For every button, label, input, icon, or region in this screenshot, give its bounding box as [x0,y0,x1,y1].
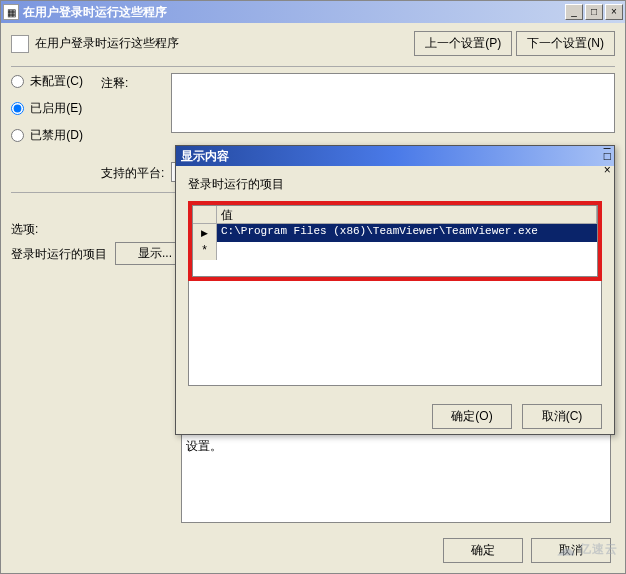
maximize-button[interactable]: □ [585,4,603,20]
config-row: 未配置(C) 已启用(E) 已禁用(D) 注释: [11,73,615,154]
radio-disabled[interactable]: 已禁用(D) [11,127,101,144]
child-close-button[interactable]: × [604,163,611,177]
policy-name-label: 在用户登录时运行这些程序 [35,35,414,52]
grid-highlight-box: 值 C:\Program Files (x86)\TeamViewer\Team… [188,201,602,281]
window-title: 在用户登录时运行这些程序 [23,4,565,21]
cloud-icon: ☁ [557,538,576,560]
main-titlebar[interactable]: ▦ 在用户登录时运行这些程序 _ □ × [1,1,625,23]
platform-label: 支持的平台: [101,163,171,182]
child-minimize-button[interactable]: _ [604,135,611,149]
window-icon: ▦ [3,4,19,20]
child-cancel-button[interactable]: 取消(C) [522,404,602,429]
description-text: 设置。 [186,439,222,453]
grid-corner [193,206,217,223]
radio-unconfigured[interactable]: 未配置(C) [11,73,101,90]
comment-textarea[interactable] [171,73,615,133]
divider [11,66,615,67]
child-maximize-button[interactable]: □ [604,149,611,163]
child-body: 登录时运行的项目 值 C:\Program Files (x86)\TeamVi… [176,166,614,396]
watermark-text: 亿速云 [579,541,618,558]
value-grid[interactable]: 值 C:\Program Files (x86)\TeamViewer\Team… [192,205,598,277]
grid-empty-area [188,281,602,386]
grid-col-header[interactable]: 值 [217,206,597,223]
grid-cell-empty[interactable] [217,242,597,260]
main-ok-button[interactable]: 确定 [443,538,523,563]
radio-enabled[interactable]: 已启用(E) [11,100,101,117]
items-label: 登录时运行的项目 [11,242,111,263]
child-ok-button[interactable]: 确定(O) [432,404,512,429]
next-setting-button[interactable]: 下一个设置(N) [516,31,615,56]
description-box: 设置。 [181,433,611,523]
new-row-indicator-icon [193,242,217,260]
grid-row-new[interactable] [193,242,597,260]
child-title: 显示内容 [179,148,604,165]
close-button[interactable]: × [605,4,623,20]
child-inner-label: 登录时运行的项目 [188,176,602,193]
header-row: 在用户登录时运行这些程序 上一个设置(P) 下一个设置(N) [11,31,615,56]
minimize-button[interactable]: _ [565,4,583,20]
grid-body: C:\Program Files (x86)\TeamViewer\TeamVi… [193,224,597,276]
grid-header: 值 [193,206,597,224]
window-controls: _ □ × [565,4,623,20]
row-indicator-icon [193,224,217,242]
grid-cell[interactable]: C:\Program Files (x86)\TeamViewer\TeamVi… [217,224,597,242]
policy-icon [11,35,29,53]
child-bottom-buttons: 确定(O) 取消(C) [176,396,614,429]
grid-row[interactable]: C:\Program Files (x86)\TeamViewer\TeamVi… [193,224,597,242]
comment-label: 注释: [101,73,171,92]
show-contents-dialog: 显示内容 _ □ × 登录时运行的项目 值 C:\Program Files (… [175,145,615,435]
prev-setting-button[interactable]: 上一个设置(P) [414,31,512,56]
state-radio-group: 未配置(C) 已启用(E) 已禁用(D) [11,73,101,154]
child-titlebar[interactable]: 显示内容 _ □ × [176,146,614,166]
watermark: ☁ 亿速云 [557,538,618,560]
